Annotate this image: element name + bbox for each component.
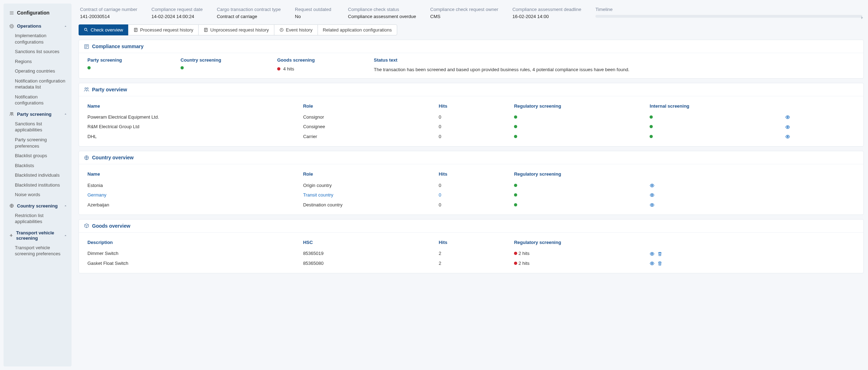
sidebar-group-title[interactable]: Operations	[4, 21, 72, 31]
header-label: Compliance assessment deadline	[512, 6, 581, 13]
view-icon[interactable]	[650, 251, 655, 256]
tab-processed-request-history[interactable]: Processed request history	[128, 24, 198, 35]
cell-reg	[514, 132, 650, 142]
sidebar-item[interactable]: Implementation configurations	[4, 31, 72, 47]
cell-hits: 0	[439, 180, 514, 190]
panel-header: Goods overview	[79, 220, 863, 233]
tab-label: Related application configurations	[323, 27, 392, 33]
svg-point-8	[85, 88, 86, 89]
status-dot-green	[650, 125, 653, 128]
tab-unprocessed-request-history[interactable]: Unprocessed request history	[198, 24, 274, 35]
header-label: Contract of carriage number	[80, 6, 137, 13]
tab-label: Check overview	[91, 27, 123, 33]
header-value: 14-02-2024 14:00:24	[152, 13, 203, 20]
header-label: Compliance check request owner	[430, 6, 498, 13]
sidebar-item[interactable]: Blacklisted individuals	[4, 170, 72, 180]
view-icon[interactable]	[785, 134, 790, 139]
header-item: Cargo transaction contract type Contract…	[217, 6, 281, 19]
cell-reg	[514, 200, 650, 210]
tab-check-overview[interactable]: Check overview	[79, 24, 128, 35]
view-icon[interactable]	[650, 261, 655, 266]
status-dot-red	[514, 252, 517, 255]
svg-point-9	[87, 88, 88, 89]
delete-icon[interactable]	[657, 251, 662, 256]
sidebar-group-title[interactable]: Transport vehicle screening	[4, 228, 72, 243]
sidebar-item[interactable]: Sanctions list applicabilities	[4, 119, 72, 135]
panel-header: Party overview	[79, 83, 863, 96]
table-row: Poweram Electrical Equipment Ltd. Consig…	[87, 112, 855, 122]
view-icon[interactable]	[785, 115, 790, 120]
country-table: Name Role Hits Regulatory screening Esto…	[87, 169, 855, 210]
sidebar-item[interactable]: Blacklist groups	[4, 151, 72, 161]
status-text-value: The transaction has been screened and ba…	[374, 66, 855, 73]
country-overview-panel: Country overview Name Role Hits Regulato…	[79, 151, 864, 215]
tab-event-history[interactable]: Event history	[274, 24, 318, 35]
sidebar-item[interactable]: Sanctions list sources	[4, 47, 72, 57]
view-icon[interactable]	[785, 125, 790, 130]
cell-hits: 0	[439, 132, 514, 142]
sidebar-item[interactable]: Transport vehicle screening preferences	[4, 243, 72, 259]
cell-role: Destination country	[303, 200, 439, 210]
chevron-up-icon	[64, 204, 67, 207]
gear-icon	[9, 24, 14, 29]
cell-hsc: 85365019	[303, 249, 439, 258]
cell-actions	[785, 122, 855, 132]
sidebar-item[interactable]: Restriction list applicabilities	[4, 211, 72, 227]
cell-role: Consignee	[303, 122, 439, 132]
chevron-up-icon	[64, 234, 67, 237]
status-dot-green	[87, 66, 91, 69]
configuration-label: Configuration	[17, 10, 50, 16]
history-icon	[279, 28, 284, 32]
sidebar-item[interactable]: Blacklisted institutions	[4, 180, 72, 190]
sidebar-item[interactable]: Party screening preferences	[4, 135, 72, 151]
tab-related-application-configurations[interactable]: Related application configurations	[318, 24, 397, 35]
tab-label: Processed request history	[140, 27, 193, 33]
chevron-up-icon	[64, 112, 67, 116]
sidebar-item[interactable]: Notification configuration metadata list	[4, 76, 72, 92]
sidebar-item-label: Regions	[15, 59, 32, 64]
sidebar-group-label: Operations	[17, 23, 41, 29]
status-dot-green	[514, 203, 517, 206]
header-label: Compliance request date	[152, 6, 203, 13]
sidebar-item[interactable]: Blacklists	[4, 161, 72, 171]
sidebar-item[interactable]: Operating countries	[4, 66, 72, 76]
sidebar-item-label: Noise words	[15, 192, 40, 197]
cell-hits: 2	[439, 258, 514, 268]
sidebar-group-title[interactable]: Country screening	[4, 201, 72, 211]
sidebar-item[interactable]: Regions	[4, 57, 72, 67]
header-label: Request outdated	[295, 6, 334, 13]
sidebar-group-title[interactable]: Party screening	[4, 109, 72, 119]
country-screening-label: Country screening	[181, 57, 270, 63]
status-dot-green	[514, 135, 517, 138]
header-item: Compliance request date 14-02-2024 14:00…	[152, 6, 203, 19]
sidebar-item[interactable]: Noise words	[4, 190, 72, 200]
timeline-bar[interactable]	[595, 15, 862, 18]
cell-hits: 0	[439, 200, 514, 210]
cell-reg	[514, 122, 650, 132]
delete-icon[interactable]	[657, 261, 662, 266]
sidebar-item-label: Blacklist groups	[15, 153, 47, 158]
header-item: Request outdated No	[295, 6, 334, 19]
cell-desc: Gasket Float Switch	[87, 258, 303, 268]
cell-actions	[650, 258, 785, 268]
reg-text: 2 hits	[519, 261, 530, 266]
header-item: Compliance check status Compliance asses…	[348, 6, 416, 19]
cell-actions	[785, 132, 855, 142]
sidebar-item-label: Operating countries	[15, 68, 55, 74]
col-hsc: HSC	[303, 237, 439, 249]
sidebar-item-label: Transport vehicle screening preferences	[15, 245, 61, 257]
sidebar-header: Configuration	[4, 7, 72, 20]
view-icon[interactable]	[650, 203, 655, 207]
globe-icon	[84, 155, 89, 160]
cell-hsc: 85365080	[303, 258, 439, 268]
table-row: DHL Carrier 0	[87, 132, 855, 142]
cell-int	[650, 122, 785, 132]
sidebar-item-label: Party screening preferences	[15, 137, 47, 149]
party-table: Name Role Hits Regulatory screening Inte…	[87, 101, 855, 142]
view-icon[interactable]	[650, 193, 655, 198]
timeline-item: Timeline	[595, 6, 862, 19]
svg-point-16	[652, 205, 652, 205]
view-icon[interactable]	[650, 183, 655, 188]
sidebar-item[interactable]: Notification configurations	[4, 92, 72, 108]
cell-desc: Dimmer Switch	[87, 249, 303, 258]
